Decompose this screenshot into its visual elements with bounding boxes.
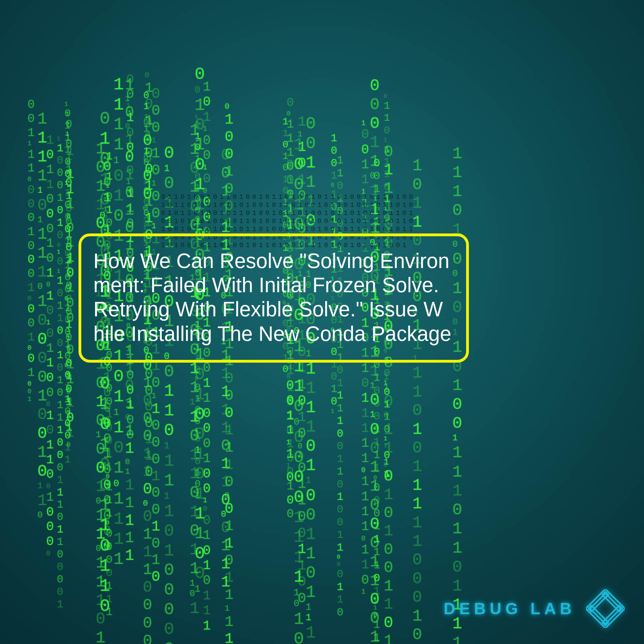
- svg-rect-2: [586, 589, 625, 628]
- brand: DEBUG LAB: [444, 589, 625, 628]
- geometric-diamond-icon: [586, 589, 625, 628]
- page-title: How We Can Resolve "Solving Environment:…: [93, 249, 454, 346]
- brand-name: DEBUG LAB: [444, 600, 576, 618]
- title-box: How We Can Resolve "Solving Environment:…: [78, 233, 469, 363]
